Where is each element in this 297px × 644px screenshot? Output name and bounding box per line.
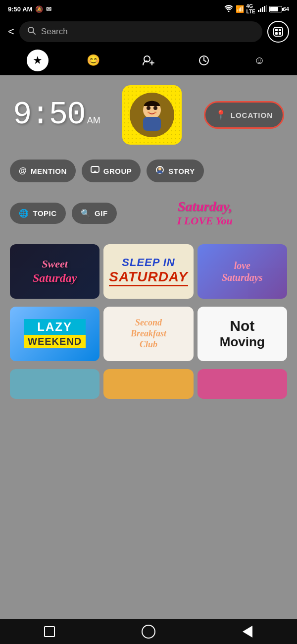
topic-tag[interactable]: 🌐 TOPIC — [10, 203, 66, 224]
svg-rect-18 — [143, 117, 161, 131]
svg-rect-23 — [91, 166, 99, 172]
status-icons: 📶 4GLTE 64 — [224, 3, 289, 14]
partial-sticker-1[interactable] — [10, 369, 99, 399]
saturday-text-line2: I LOVE You — [125, 215, 285, 227]
time-sticker[interactable]: 9:50 AM — [13, 97, 100, 133]
svg-point-21 — [147, 111, 150, 113]
clock-display: 9:50 — [13, 97, 85, 133]
svg-rect-1 — [258, 10, 259, 12]
mention-icon: @ — [19, 166, 27, 175]
breakfast-label: Breakfast — [131, 328, 166, 338]
not-moving-sticker[interactable]: Not Moving — [198, 307, 287, 361]
main-content: 9:50 AM 📍 LOCATION — [0, 75, 297, 619]
love-label: love — [234, 260, 250, 271]
svg-point-25 — [158, 167, 161, 170]
mute-icon: 🔕 — [35, 5, 43, 13]
svg-point-20 — [153, 106, 157, 110]
search-placeholder: Search — [41, 27, 68, 37]
am-pm-display: AM — [87, 115, 100, 126]
svg-rect-12 — [279, 32, 281, 35]
sleep-in-label: SLEEP IN — [109, 256, 188, 269]
message-icon: ✉ — [46, 5, 51, 13]
group-icon — [91, 166, 99, 176]
svg-rect-8 — [274, 27, 283, 36]
topic-label: TOPIC — [33, 209, 57, 217]
status-bar: 9:50 AM 🔕 ✉ 📶 4GLTE 64 — [0, 0, 297, 18]
tab-add-friend[interactable] — [138, 50, 159, 71]
partial-sticker-2[interactable] — [103, 369, 193, 399]
location-pin-icon: 📍 — [215, 109, 227, 120]
lazy-weekend-sticker[interactable]: LAZY WEEKEND — [10, 307, 99, 361]
svg-point-0 — [228, 10, 229, 12]
svg-rect-3 — [262, 7, 263, 12]
story-icon — [155, 165, 164, 176]
signal-icon — [258, 5, 267, 13]
tab-recent[interactable] — [193, 50, 215, 71]
profile-button[interactable] — [267, 21, 289, 43]
lazy-label: LAZY — [24, 319, 86, 335]
not-label: Not — [220, 318, 265, 334]
snapcode-sticker[interactable] — [122, 85, 182, 145]
time-display: 9:50 AM — [8, 5, 32, 13]
svg-rect-11 — [275, 32, 278, 35]
search-icon — [27, 26, 36, 37]
status-time: 9:50 AM 🔕 ✉ — [8, 5, 51, 13]
story-tag[interactable]: STORY — [147, 160, 203, 182]
sticker-row-3: Sweet Saturday SLEEP IN SATURDAY love Sa… — [8, 244, 289, 299]
second-breakfast-sticker[interactable]: Second Breakfast Club — [103, 307, 193, 361]
lte-icon: 4GLTE — [247, 3, 255, 14]
gif-label: GIF — [95, 209, 108, 217]
saturday-love-sticker[interactable]: Saturday, I LOVE You — [123, 197, 287, 229]
partial-sticker-3[interactable] — [198, 369, 287, 399]
sweet-label: Sweet — [42, 258, 68, 270]
svg-rect-10 — [279, 29, 281, 31]
nav-square-button[interactable] — [40, 625, 59, 639]
svg-rect-5 — [266, 5, 267, 12]
moving-label: Moving — [220, 334, 265, 350]
second-label: Second — [135, 318, 162, 327]
sweet-saturday-label: Saturday — [33, 271, 77, 284]
category-tabs: ★ 😊 ☺ — [0, 46, 297, 75]
sleep-in-saturday-sticker[interactable]: SLEEP IN SATURDAY — [103, 244, 193, 299]
tab-starred[interactable]: ★ — [27, 50, 49, 71]
group-label: GROUP — [103, 167, 132, 175]
club-label: Club — [140, 339, 157, 349]
location-label: LOCATION — [231, 111, 273, 119]
mention-label: MENTION — [31, 167, 67, 175]
svg-rect-2 — [260, 8, 261, 12]
svg-rect-4 — [264, 6, 265, 12]
tab-emoji[interactable]: 😊 — [82, 50, 104, 71]
search-bar: < Search — [0, 18, 297, 46]
sweet-saturday-sticker[interactable]: Sweet Saturday — [10, 244, 99, 299]
mention-tag[interactable]: @ MENTION — [10, 160, 76, 182]
location-sticker[interactable]: 📍 LOCATION — [204, 101, 284, 129]
tags-row-2: 🌐 TOPIC 🔍 GIF Saturday, I LOVE You — [8, 197, 289, 229]
tags-row-1: @ MENTION GROUP STORY — [8, 160, 289, 182]
saturday-text-line1: Saturday, — [125, 199, 285, 215]
story-label: STORY — [168, 167, 195, 175]
love-saturdays-sticker[interactable]: love Saturdays — [198, 244, 287, 299]
love-saturdays-label: Saturdays — [222, 272, 262, 283]
svg-line-7 — [33, 32, 35, 35]
topic-icon: 🌐 — [19, 209, 29, 218]
svg-point-19 — [147, 106, 150, 110]
gif-tag[interactable]: 🔍 GIF — [72, 203, 117, 224]
triangle-icon — [243, 626, 252, 638]
nav-back-button[interactable] — [238, 625, 257, 639]
bluetooth-icon: 📶 — [236, 5, 244, 13]
sticker-row-4: LAZY WEEKEND Second Breakfast Club Not M… — [8, 307, 289, 361]
tab-face[interactable]: ☺ — [248, 50, 270, 71]
sleep-saturday-label: SATURDAY — [109, 269, 188, 286]
wifi-icon — [224, 5, 233, 13]
circle-icon — [142, 625, 155, 639]
group-tag[interactable]: GROUP — [82, 160, 141, 182]
weekend-label: WEEKEND — [24, 335, 86, 348]
svg-point-22 — [154, 111, 157, 113]
bottom-navigation — [0, 619, 297, 644]
search-input-wrapper[interactable]: Search — [19, 21, 262, 42]
top-stickers-row: 9:50 AM 📍 LOCATION — [8, 85, 289, 145]
back-button[interactable]: < — [8, 25, 14, 38]
gif-search-icon: 🔍 — [81, 209, 91, 218]
partial-sticker-row — [8, 369, 289, 399]
nav-home-button[interactable] — [139, 625, 158, 639]
